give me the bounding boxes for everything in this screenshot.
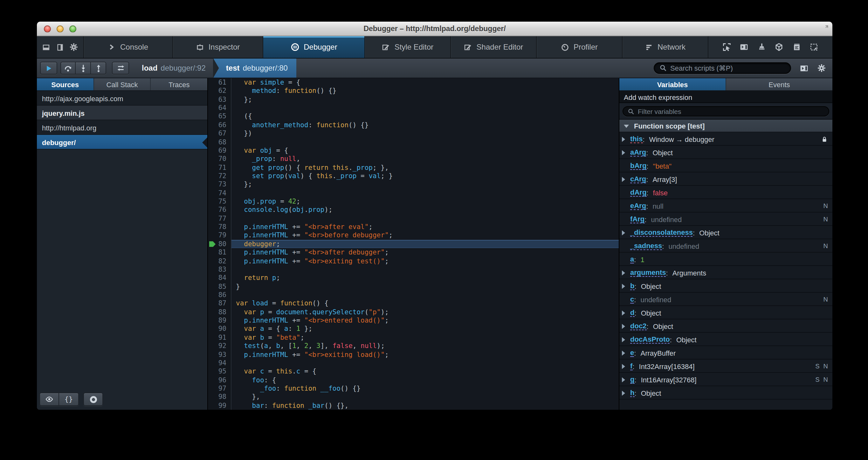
code-line-92[interactable]: 92 test(a, b, [1, 2, 3], false, null); [208, 342, 619, 350]
source-item-http-htmlpad-org[interactable]: http://htmlpad.org [37, 120, 207, 135]
line-number[interactable]: 95 [208, 367, 231, 376]
breadcrumb-frame-load[interactable]: load debugger/:92 [138, 59, 210, 78]
chevron-right-icon[interactable] [622, 310, 625, 315]
resume-button[interactable] [40, 62, 57, 75]
code-line-90[interactable]: 90 var a = { a: 1 }; [208, 325, 619, 334]
add-watch-expression[interactable]: Add watch expression [619, 91, 832, 103]
line-number[interactable]: 63 [208, 95, 231, 104]
code-line-79[interactable]: 79 p.innerHTML += "<br>before debugger"; [208, 231, 619, 240]
code-line-67[interactable]: 67 }) [208, 129, 619, 138]
pick-button[interactable] [722, 42, 731, 52]
code-line-81[interactable]: 81 p.innerHTML += "<br>after debugger"; [208, 248, 619, 257]
panel-tab-events[interactable]: Events [726, 78, 832, 90]
code-editor[interactable]: 61 var simple = { 62 method: function() … [208, 78, 619, 410]
line-number[interactable]: 79 [208, 231, 231, 240]
chevron-right-icon[interactable] [622, 390, 625, 396]
variable-row-c[interactable]: c : undefined N [619, 293, 832, 306]
variable-row-doc2[interactable]: doc2 : Object [619, 319, 832, 333]
paintbrush-button[interactable] [757, 42, 766, 52]
line-number[interactable]: 83 [208, 265, 231, 274]
variable-name[interactable]: e [630, 349, 634, 357]
blackbox-source-button[interactable] [39, 393, 59, 406]
toggle-panes-button[interactable] [112, 62, 129, 75]
source-item-debugger[interactable]: debugger/ [37, 135, 207, 149]
code-line-77[interactable]: 77 [208, 214, 619, 223]
code-line-74[interactable]: 74 [208, 189, 619, 197]
script-search-box[interactable] [654, 62, 791, 74]
responsive-mode-button[interactable] [810, 42, 819, 52]
code-line-86[interactable]: 86 [208, 291, 619, 299]
sidebar-tab-call-stack[interactable]: Call Stack [94, 78, 151, 90]
variable-value[interactable]: undefined [641, 295, 672, 303]
minimize-button[interactable] [57, 25, 64, 32]
line-number[interactable]: 77 [208, 214, 231, 223]
line-number[interactable]: 89 [208, 316, 231, 325]
code-line-66[interactable]: 66 another_method: function() {} [208, 121, 619, 130]
chevron-right-icon[interactable] [622, 350, 625, 355]
variable-value[interactable]: Object [641, 389, 661, 397]
line-number[interactable]: 96 [208, 376, 231, 384]
source-item-http-ajax-googleapis-com[interactable]: http://ajax.googleapis.com [37, 91, 207, 106]
dock-bottom-button[interactable] [42, 43, 51, 51]
toggle-breakpoints-button[interactable] [83, 393, 103, 406]
variable-row-e[interactable]: e : ArrayBuffer [619, 346, 832, 360]
code-line-89[interactable]: 89 p.innerHTML += "<br>entered load()"; [208, 316, 619, 325]
variable-row-sadness[interactable]: _sadness : undefined N [619, 239, 832, 253]
variable-name[interactable]: f [630, 362, 632, 370]
tilt-3d-button[interactable] [775, 42, 784, 52]
line-number[interactable]: 66 [208, 121, 231, 130]
code-line-75[interactable]: 75 obj.prop = 42; [208, 197, 619, 206]
code-line-98[interactable]: 98 }, [208, 393, 619, 401]
variable-row-arguments[interactable]: arguments : Arguments [619, 266, 832, 279]
variable-row-f[interactable]: f : Int32Array[16384] SN [619, 360, 832, 373]
gear-icon[interactable] [817, 64, 826, 73]
code-line-69[interactable]: 69 var obj = { [208, 146, 619, 155]
line-number[interactable]: 72 [208, 172, 231, 180]
variable-value[interactable]: false [653, 189, 668, 196]
line-number[interactable]: 67 [208, 129, 231, 138]
filter-variables-input[interactable] [638, 108, 824, 115]
variable-value[interactable]: Arguments [673, 269, 706, 277]
variable-row-g[interactable]: g : Int16Array[32768] SN [619, 373, 832, 386]
line-number[interactable]: 62 [208, 87, 231, 95]
line-number[interactable]: 61 [208, 78, 231, 87]
variable-name[interactable]: cArg [630, 175, 646, 183]
variable-name[interactable]: docAsProto [630, 335, 670, 344]
line-number[interactable]: 78 [208, 223, 231, 231]
variable-row-carg[interactable]: cArg : Array[3] [619, 172, 832, 186]
line-number[interactable]: 76 [208, 206, 231, 214]
tab-inspector[interactable]: Inspector [173, 36, 263, 58]
variable-row-farg[interactable]: fArg : undefined N [619, 212, 832, 226]
variable-row-disconsolateness[interactable]: _disconsolateness : Object [619, 226, 832, 239]
code-line-82[interactable]: 82 p.innerHTML += "<br>exiting test()"; [208, 257, 619, 265]
gear-button[interactable] [69, 42, 78, 52]
variables-filter-box[interactable] [623, 106, 829, 116]
code-line-88[interactable]: 88 var p = document.querySelector("p"); [208, 308, 619, 316]
line-number[interactable]: 91 [208, 334, 231, 342]
variable-name[interactable]: arguments [630, 268, 666, 277]
line-number[interactable]: 86 [208, 291, 231, 299]
chevron-right-icon[interactable] [622, 323, 625, 328]
titlebar[interactable]: Debugger – http://htmlpad.org/debugger/ [37, 22, 832, 36]
code-line-64[interactable]: 64 [208, 104, 619, 112]
variable-value[interactable]: ArrayBuffer [641, 349, 676, 356]
code-line-99[interactable]: 99 bar: function _bar() {}, [208, 401, 619, 410]
code-line-65[interactable]: 65 ({ [208, 112, 619, 121]
code-line-71[interactable]: 71 get prop() { return this._prop; }, [208, 163, 619, 172]
variable-value[interactable]: Window → debugger [649, 135, 714, 143]
variable-value[interactable]: undefined [669, 242, 700, 250]
code-line-68[interactable]: 68 [208, 138, 619, 146]
line-number[interactable]: 97 [208, 384, 231, 393]
variable-name[interactable]: doc2 [630, 322, 646, 330]
variable-value[interactable]: Object [676, 336, 696, 343]
search-scripts-input[interactable] [670, 64, 785, 72]
code-line-94[interactable]: 94 [208, 359, 619, 368]
code-line-62[interactable]: 62 method: function() {} [208, 87, 619, 95]
line-number[interactable]: 94 [208, 359, 231, 368]
variable-name[interactable]: c [630, 295, 634, 304]
line-number[interactable]: 80 [208, 240, 231, 249]
code-line-70[interactable]: 70 _prop: null, [208, 154, 619, 163]
variable-name[interactable]: h [630, 389, 634, 397]
sidebar-tab-sources[interactable]: Sources [37, 78, 94, 90]
variable-row-b[interactable]: b : Object [619, 279, 832, 293]
